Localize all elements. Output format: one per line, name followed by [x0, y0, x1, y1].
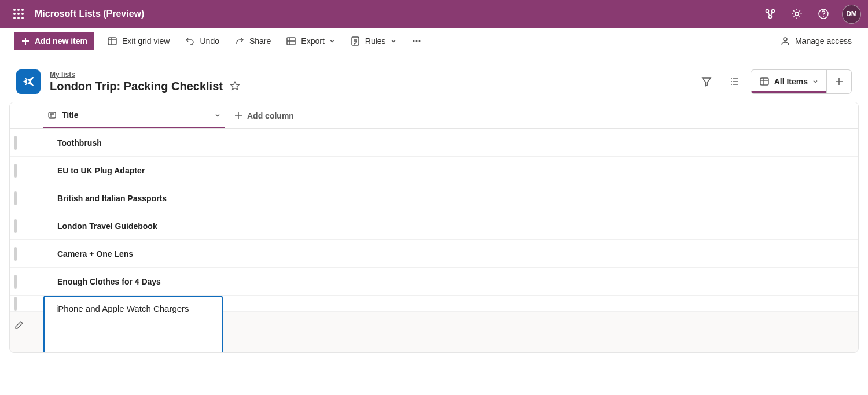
svg-point-9 — [766, 10, 769, 13]
add-column-button[interactable]: Add column — [225, 111, 294, 120]
chevron-down-icon — [215, 112, 220, 118]
list-title: London Trip: Packing Checklist — [50, 80, 223, 93]
add-view-button[interactable] — [827, 70, 851, 93]
person-icon — [780, 36, 790, 46]
list-icon-tile — [16, 69, 41, 94]
editing-row — [10, 312, 858, 353]
cell-title[interactable]: London Travel Guidebook — [43, 222, 225, 231]
add-column-label: Add column — [247, 111, 294, 120]
add-new-item-label: Add new item — [35, 36, 87, 46]
grid: Title Add column Toothbrush EU to UK Plu… — [9, 102, 859, 353]
table-row[interactable]: London Travel Guidebook — [10, 212, 858, 240]
manage-access-button[interactable]: Manage access — [778, 32, 854, 50]
cell-title[interactable]: British and Italian Passports — [43, 194, 225, 203]
app-bar: Microsoft Lists (Preview) DM — [0, 0, 868, 28]
view-name: All Items — [774, 77, 808, 86]
command-bar: Add new item Exit grid view Undo Share E… — [0, 28, 868, 54]
exit-grid-view-button[interactable]: Exit grid view — [105, 32, 172, 50]
more-icon — [411, 36, 422, 46]
flow-icon — [764, 8, 776, 20]
help-button[interactable] — [812, 2, 835, 25]
cell-title[interactable]: Toothbrush — [43, 138, 225, 147]
app-launcher-button[interactable] — [5, 0, 32, 28]
svg-rect-23 — [49, 112, 56, 118]
table-icon — [759, 76, 770, 87]
svg-point-3 — [13, 13, 16, 15]
export-button[interactable]: Export — [284, 32, 337, 50]
cell-title[interactable]: Camera + One Lens — [43, 249, 225, 259]
table-row[interactable]: EU to UK Plug Adapter — [10, 157, 858, 184]
chevron-down-icon — [812, 79, 818, 84]
manage-access-label: Manage access — [795, 36, 852, 46]
drag-handle[interactable] — [10, 191, 43, 205]
export-icon — [286, 36, 296, 46]
airplane-icon — [21, 75, 35, 88]
table-row[interactable]: British and Italian Passports — [10, 184, 858, 212]
drag-handle[interactable] — [10, 164, 43, 178]
undo-icon — [185, 36, 195, 46]
column-header-title[interactable]: Title — [43, 102, 225, 128]
svg-point-2 — [21, 9, 24, 11]
svg-rect-15 — [108, 38, 116, 45]
svg-point-1 — [17, 9, 20, 11]
app-title: Microsoft Lists (Preview) — [35, 9, 144, 19]
title-edit-input[interactable] — [43, 296, 223, 353]
chevron-down-icon — [391, 38, 396, 44]
avatar[interactable]: DM — [842, 5, 861, 24]
breadcrumb[interactable]: My lists — [50, 71, 240, 79]
undo-button[interactable]: Undo — [182, 32, 221, 50]
svg-point-12 — [795, 12, 799, 16]
drag-handle[interactable] — [10, 219, 43, 233]
drag-handle[interactable] — [10, 297, 43, 311]
settings-button[interactable] — [785, 2, 808, 25]
svg-point-4 — [17, 13, 20, 15]
rules-button[interactable]: Rules — [348, 32, 399, 50]
plus-icon — [234, 112, 242, 120]
table-row[interactable]: Enough Clothes for 4 Days — [10, 268, 858, 296]
filter-icon — [701, 76, 712, 87]
column-title-label: Title — [62, 110, 79, 120]
svg-point-20 — [418, 40, 420, 42]
more-button[interactable] — [409, 32, 424, 50]
cell-title[interactable]: Enough Clothes for 4 Days — [43, 277, 225, 286]
cell-title[interactable]: EU to UK Plug Adapter — [43, 166, 225, 175]
drag-handle[interactable] — [10, 275, 43, 289]
pencil-icon — [14, 320, 24, 330]
list-header: My lists London Trip: Packing Checklist — [0, 54, 868, 102]
share-button[interactable]: Share — [232, 32, 273, 50]
help-icon — [818, 8, 829, 20]
svg-point-10 — [772, 10, 775, 13]
svg-point-6 — [13, 17, 16, 19]
undo-label: Undo — [200, 36, 219, 46]
svg-point-8 — [21, 17, 24, 19]
waffle-icon — [13, 9, 24, 19]
svg-point-18 — [413, 40, 414, 42]
view-all-items[interactable]: All Items — [751, 70, 826, 93]
drag-handle[interactable] — [10, 247, 43, 261]
table-row[interactable]: Toothbrush — [10, 129, 858, 157]
table-row[interactable]: Camera + One Lens — [10, 240, 858, 268]
add-new-item-button[interactable]: Add new item — [14, 32, 94, 50]
favorite-button[interactable] — [230, 81, 240, 91]
gear-icon — [791, 8, 803, 20]
flow-button[interactable] — [759, 2, 782, 25]
chevron-down-icon — [329, 38, 335, 44]
svg-point-21 — [784, 38, 787, 41]
rules-label: Rules — [365, 36, 386, 46]
text-column-icon — [48, 111, 56, 119]
share-label: Share — [249, 36, 271, 46]
filter-button[interactable] — [695, 70, 718, 93]
grid-icon — [107, 36, 117, 46]
list-lines-icon — [729, 76, 740, 87]
grid-header-row: Title Add column — [10, 102, 858, 129]
group-button[interactable] — [723, 70, 746, 93]
rules-icon — [350, 36, 361, 46]
drag-handle[interactable] — [10, 136, 43, 150]
export-label: Export — [301, 36, 324, 46]
svg-point-0 — [13, 9, 16, 11]
svg-point-19 — [415, 40, 417, 42]
plus-icon — [21, 36, 30, 46]
star-icon — [230, 81, 240, 91]
exit-grid-label: Exit grid view — [122, 36, 170, 46]
svg-point-14 — [823, 16, 824, 17]
